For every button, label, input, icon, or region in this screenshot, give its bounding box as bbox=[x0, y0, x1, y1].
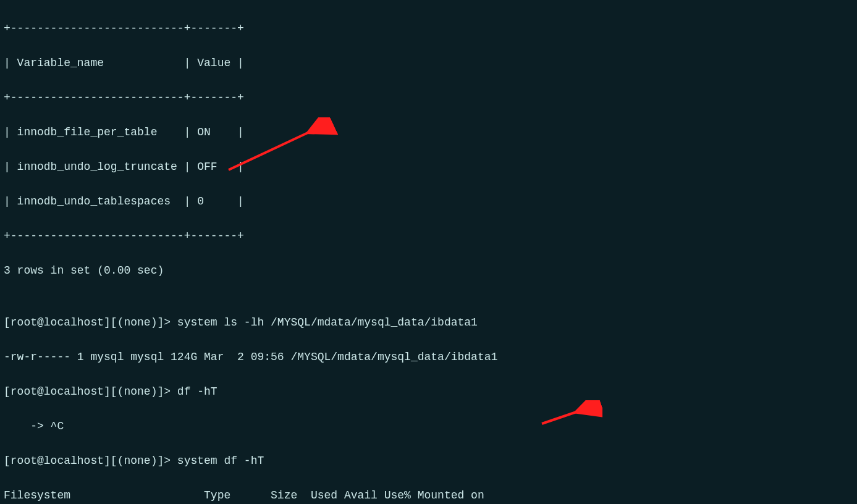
mysql-table-border: +--------------------------+-------+ bbox=[4, 89, 853, 106]
mysql-table-border: +--------------------------+-------+ bbox=[4, 20, 853, 37]
mysql-table-header: | Variable_name | Value | bbox=[4, 54, 853, 72]
mysql-table-row: | innodb_file_per_table | ON | bbox=[4, 124, 853, 141]
shell-prompt-df: [root@localhost][(none)]> df -hT bbox=[4, 383, 853, 400]
terminal-output[interactable]: +--------------------------+-------+ | V… bbox=[0, 0, 857, 504]
mysql-table-row: | innodb_undo_tablespaces | 0 | bbox=[4, 193, 853, 210]
ctrl-c-line: -> ^C bbox=[4, 418, 853, 435]
mysql-table-row: | innodb_undo_log_truncate | OFF | bbox=[4, 158, 853, 175]
mysql-rows-in-set: 3 rows in set (0.00 sec) bbox=[4, 262, 853, 279]
shell-prompt-system-df: [root@localhost][(none)]> system df -hT bbox=[4, 452, 853, 469]
shell-prompt-ls: [root@localhost][(none)]> system ls -lh … bbox=[4, 314, 853, 331]
df-header: Filesystem Type Size Used Avail Use% Mou… bbox=[4, 487, 853, 504]
ls-output: -rw-r----- 1 mysql mysql 124G Mar 2 09:5… bbox=[4, 348, 853, 366]
terminal-cursor bbox=[195, 501, 203, 504]
mysql-table-border: +--------------------------+-------+ bbox=[4, 227, 853, 245]
